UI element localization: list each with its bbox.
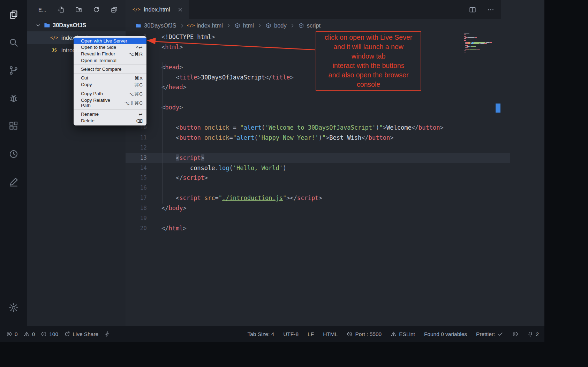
- activity-item-source-control[interactable]: [0, 56, 27, 84]
- status-lf[interactable]: LF: [308, 331, 314, 337]
- code-line[interactable]: 18</body>: [126, 203, 510, 213]
- menu-item-open-in-terminal[interactable]: Open in Terminal: [74, 57, 146, 63]
- code-line[interactable]: 13 <script>: [126, 153, 510, 163]
- code-text: <html>: [161, 42, 183, 52]
- js-file-icon: JS: [51, 47, 58, 54]
- scrollbar[interactable]: [495, 32, 501, 326]
- scrollbar-marker[interactable]: [496, 104, 500, 113]
- source-control-icon: [8, 65, 19, 76]
- menu-item-copy-relative-path[interactable]: Copy Relative Path⌥⇧⌘C: [74, 97, 146, 108]
- status-0[interactable]: 0: [6, 331, 18, 337]
- split-editor-icon[interactable]: [469, 6, 476, 14]
- status-port-5500[interactable]: Port : 5500: [347, 331, 382, 337]
- tab-index-html[interactable]: </> index.html: [126, 0, 189, 19]
- code-line[interactable]: 9: [126, 113, 510, 123]
- status-live-share[interactable]: Live Share: [64, 331, 98, 337]
- minimap-line: [464, 42, 495, 43]
- chevron-down-icon: [35, 22, 41, 28]
- activity-item-files[interactable]: [0, 1, 27, 29]
- menu-item-copy[interactable]: Copy⌘C: [74, 81, 146, 88]
- status-label: 100: [49, 331, 58, 337]
- status-prettier[interactable]: Prettier:: [476, 331, 503, 337]
- code-text: <!DOCTYPE html>: [161, 32, 215, 42]
- code-text: <head>: [161, 62, 183, 72]
- status-tab-size-4[interactable]: Tab Size: 4: [247, 331, 274, 337]
- code-line[interactable]: 19: [126, 213, 510, 223]
- breadcrumb: 30DaysOfJS</>index.htmlhtmlbodyscript: [126, 19, 501, 32]
- menu-item-select-for-compare[interactable]: Select for Compare: [74, 66, 146, 72]
- breadcrumb-item-html[interactable]: html: [234, 22, 254, 29]
- menu-item-rename[interactable]: Rename↩: [74, 111, 146, 117]
- minimap-line: [464, 33, 495, 33]
- code-line[interactable]: 15 </script>: [126, 173, 510, 183]
- live-share-icon: [64, 331, 70, 337]
- more-icon[interactable]: [487, 6, 495, 14]
- close-icon[interactable]: [177, 7, 183, 13]
- menu-item-label: Rename: [81, 112, 99, 117]
- activity-item-search[interactable]: [0, 29, 27, 56]
- new-folder-button[interactable]: [75, 6, 82, 13]
- line-number: 20: [126, 223, 147, 234]
- menu-item-open-with-live-server[interactable]: Open with Live Server: [74, 38, 146, 44]
- status-html[interactable]: HTML: [323, 331, 338, 337]
- code-line[interactable]: 20</html>: [126, 223, 510, 234]
- menu-item-cut[interactable]: Cut⌘X: [74, 75, 146, 81]
- line-number: 18: [126, 203, 147, 213]
- minimap-line: [464, 43, 495, 44]
- code-line[interactable]: 14 console.log('Hello, World'): [126, 163, 510, 173]
- code-line[interactable]: 12: [126, 143, 510, 153]
- status-100[interactable]: 100: [41, 331, 58, 337]
- new-file-button[interactable]: [57, 6, 65, 13]
- status-utf-8[interactable]: UTF-8: [283, 331, 299, 337]
- breadcrumb-item-index-html[interactable]: </>index.html: [188, 22, 223, 29]
- activity-item-extensions[interactable]: [0, 112, 27, 140]
- status-label: 0: [32, 331, 35, 337]
- menu-item-label: Delete: [81, 118, 95, 123]
- collapse-all-button[interactable]: [111, 6, 118, 13]
- code-text: </head>: [161, 82, 187, 92]
- code-line[interactable]: 16: [126, 183, 510, 193]
- status-found-0-variables[interactable]: Found 0 variables: [424, 331, 467, 337]
- html-file-icon: </>: [51, 35, 58, 41]
- code-editor[interactable]: 1<!DOCTYPE html>2<html>34<head>5 <title>…: [126, 32, 501, 326]
- menu-item-label: Select for Compare: [81, 67, 121, 72]
- status-smiley[interactable]: [512, 331, 518, 337]
- status-2[interactable]: 2: [527, 331, 539, 337]
- activity-item-debug[interactable]: [0, 84, 27, 112]
- symbol-cube-icon: [298, 23, 304, 29]
- activity-item-feedback[interactable]: [0, 168, 27, 196]
- code-line[interactable]: 8<body>: [126, 102, 510, 113]
- refresh-button[interactable]: [93, 6, 100, 13]
- menu-item-shortcut: ⌥⇧⌘C: [124, 100, 143, 106]
- folder-icon: [135, 23, 141, 29]
- annotation-line: interact with the buttons: [316, 61, 421, 70]
- menu-item-delete[interactable]: Delete⌫: [74, 117, 146, 124]
- breadcrumb-item-30daysofjs[interactable]: 30DaysOfJS: [135, 22, 176, 29]
- menu-item-reveal-in-finder[interactable]: Reveal in Finder⌥⌘R: [74, 51, 146, 57]
- activity-bar-bottom: [0, 294, 27, 322]
- status-label: UTF-8: [283, 331, 299, 337]
- status-0[interactable]: 0: [24, 331, 35, 337]
- tree-root-folder[interactable]: 30DaysOfJS: [27, 19, 126, 31]
- status-label: HTML: [323, 331, 338, 337]
- code-line[interactable]: 17 <script src="./introduction.js"></scr…: [126, 193, 510, 203]
- code-line[interactable]: 11 <button onclick="alert('Happy New Yea…: [126, 133, 510, 143]
- minimap[interactable]: [464, 33, 495, 327]
- code-line[interactable]: 10 <button onclick = "alert('Welcome to …: [126, 123, 510, 133]
- activity-item-history[interactable]: [0, 140, 27, 168]
- annotation-line: click on open with Live Sever: [316, 33, 421, 42]
- breadcrumb-item-body[interactable]: body: [265, 22, 287, 29]
- code-line[interactable]: 7: [126, 92, 510, 102]
- breadcrumb-item-script[interactable]: script: [298, 22, 321, 29]
- menu-item-copy-path[interactable]: Copy Path⌥⌘C: [74, 90, 146, 97]
- status-label: Tab Size: 4: [247, 331, 274, 337]
- activity-item-gear[interactable]: [0, 294, 27, 322]
- code-text: </script>: [161, 173, 208, 183]
- status-eslint[interactable]: ESLint: [391, 331, 415, 337]
- minimap-line: [464, 36, 495, 37]
- tab-label: index.html: [144, 6, 170, 13]
- menu-item-open-to-the-side[interactable]: Open to the Side^↩: [74, 44, 146, 51]
- code-text: <body>: [161, 102, 183, 113]
- status-lightning[interactable]: [104, 331, 110, 337]
- minimap-line: [464, 53, 495, 53]
